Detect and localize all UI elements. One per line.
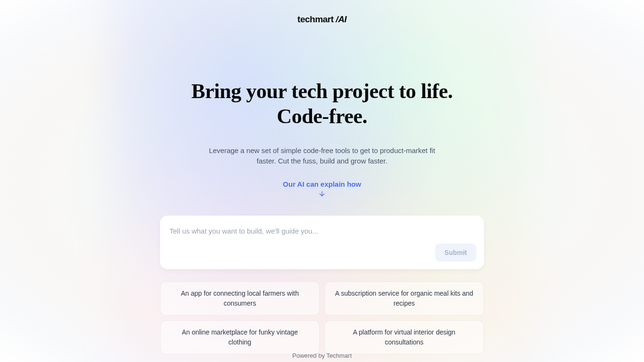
suggestion-card[interactable]: An app for connecting local farmers with… <box>160 281 320 316</box>
arrow-down-icon <box>318 190 326 198</box>
suggestion-card[interactable]: A platform for virtual interior design c… <box>324 320 484 354</box>
explain-link[interactable]: Our AI can explain how <box>283 180 361 198</box>
logo-suffix: /AI <box>333 14 347 24</box>
build-input[interactable] <box>168 223 476 239</box>
suggestion-card[interactable]: An online marketplace for funky vintage … <box>160 320 320 354</box>
heading-line2: Code-free. <box>277 105 367 128</box>
explain-link-text: Our AI can explain how <box>283 180 361 188</box>
suggestion-card[interactable]: A subscription service for organic meal … <box>324 281 484 316</box>
footer-text: Powered by Techmart <box>0 352 644 359</box>
page-heading: Bring your tech project to life. Code-fr… <box>191 79 453 129</box>
heading-line1: Bring your tech project to life. <box>191 80 453 103</box>
logo: techmart /AI <box>297 14 347 25</box>
suggestions-grid: An app for connecting local farmers with… <box>160 281 484 354</box>
subheading: Leverage a new set of simple code-free t… <box>208 145 436 167</box>
logo-main: techmart <box>297 14 333 24</box>
submit-button[interactable]: Submit <box>435 244 476 262</box>
input-card: Submit <box>160 216 484 269</box>
submit-row: Submit <box>168 244 476 262</box>
